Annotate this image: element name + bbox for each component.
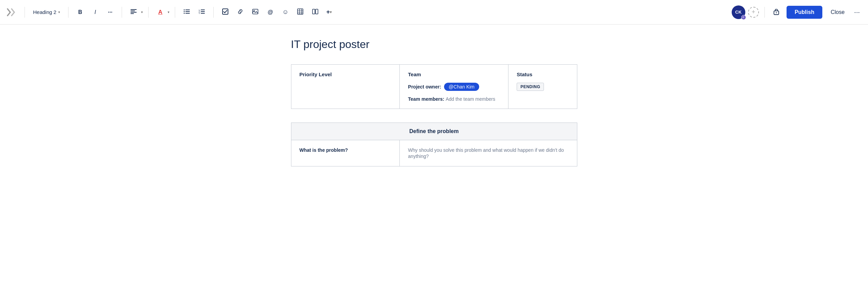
italic-button[interactable]: I	[89, 6, 101, 18]
svg-rect-1	[131, 11, 135, 11]
divider-6	[213, 7, 214, 18]
page-title: IT project poster	[291, 38, 577, 51]
svg-rect-0	[131, 9, 137, 10]
svg-rect-2	[131, 12, 137, 13]
checkbox-icon	[222, 9, 228, 16]
add-collaborator-button[interactable]: +	[748, 7, 759, 18]
divider-4	[148, 7, 149, 18]
status-badge[interactable]: PENDING	[517, 83, 544, 91]
numbered-list-icon: 1. 2. 3.	[199, 9, 205, 15]
mention-button[interactable]: @	[264, 6, 276, 18]
svg-rect-19	[298, 9, 303, 14]
avatar-initials: CK	[735, 10, 742, 15]
problem-section-header: Define the problem	[291, 123, 577, 140]
link-button[interactable]	[234, 6, 246, 18]
insert-more-chevron-icon: ▾	[330, 10, 332, 14]
lock-icon	[773, 7, 780, 17]
team-cell: Team Project owner: @Chan Kim Team membe…	[400, 65, 508, 109]
more-options-button[interactable]: ···	[851, 6, 863, 18]
insert-more-button[interactable]: + ▾	[324, 6, 334, 18]
add-icon: +	[751, 9, 755, 16]
svg-rect-24	[313, 9, 315, 14]
avatar-badge: C	[741, 15, 746, 20]
svg-text:3.: 3.	[199, 13, 201, 14]
font-color-button[interactable]: A	[154, 6, 166, 18]
svg-point-6	[184, 11, 185, 12]
align-chevron-icon: ▾	[141, 10, 143, 14]
team-members-placeholder[interactable]: Add the team members	[446, 96, 496, 102]
numbered-list-button[interactable]: 1. 2. 3.	[196, 6, 208, 18]
divider-3	[122, 7, 122, 18]
more-formatting-icon: ···	[108, 9, 112, 15]
emoji-button[interactable]: ☺	[279, 6, 291, 18]
svg-rect-11	[201, 10, 205, 10]
image-button[interactable]	[249, 6, 261, 18]
svg-rect-3	[131, 13, 134, 14]
svg-point-8	[184, 13, 185, 14]
columns-button[interactable]	[309, 6, 321, 18]
project-owner-label: Project owner:	[408, 84, 441, 90]
table-button[interactable]	[294, 6, 306, 18]
svg-point-27	[776, 12, 777, 13]
link-icon	[237, 9, 243, 16]
user-avatar-button[interactable]: CK C	[732, 5, 745, 19]
emoji-icon: ☺	[282, 9, 288, 16]
divider-5	[175, 7, 175, 18]
checkbox-button[interactable]	[219, 6, 231, 18]
priority-level-header: Priority Level	[300, 71, 392, 77]
font-color-chevron-icon: ▾	[168, 10, 169, 14]
team-members-row: Team members: Add the team members	[408, 96, 500, 102]
chevron-down-icon: ▾	[58, 10, 60, 14]
svg-rect-9	[185, 13, 190, 14]
bold-icon: B	[78, 9, 82, 15]
divider-7	[764, 7, 765, 18]
more-formatting-button[interactable]: ···	[104, 6, 116, 18]
problem-question: What is the problem?	[300, 147, 348, 153]
font-color-icon: A	[158, 9, 162, 16]
content-area: IT project poster Priority Level Team Pr…	[271, 25, 598, 180]
lock-button[interactable]	[770, 6, 782, 18]
bullet-list-icon	[184, 9, 190, 15]
problem-table: Define the problem What is the problem? …	[291, 123, 577, 166]
svg-rect-13	[201, 11, 205, 12]
status-header: Status	[517, 71, 568, 77]
team-members-label: Team members:	[408, 96, 444, 102]
project-owner-row: Project owner: @Chan Kim	[408, 83, 500, 91]
bullet-list-button[interactable]	[181, 6, 193, 18]
bold-button[interactable]: B	[74, 6, 86, 18]
problem-table-data-row: What is the problem? Why should you solv…	[291, 140, 577, 166]
heading-selector[interactable]: Heading 2 ▾	[30, 7, 63, 17]
publish-button[interactable]: Publish	[787, 6, 823, 19]
svg-rect-25	[316, 9, 318, 14]
divider-2	[68, 7, 68, 18]
svg-rect-7	[185, 11, 190, 12]
table-icon	[297, 9, 303, 16]
problem-answer-placeholder: Why should you solve this problem and wh…	[408, 147, 564, 159]
priority-level-cell: Priority Level	[291, 65, 400, 109]
insert-more-icon: +	[326, 9, 330, 16]
app-logo[interactable]	[5, 7, 16, 18]
mention-chip[interactable]: @Chan Kim	[444, 83, 479, 91]
columns-icon	[312, 9, 318, 16]
mention-icon: @	[268, 9, 273, 15]
svg-rect-5	[185, 10, 190, 10]
status-cell: Status PENDING	[508, 65, 577, 109]
align-icon	[131, 9, 137, 15]
problem-question-cell: What is the problem?	[291, 140, 400, 166]
toolbar: Heading 2 ▾ B I ··· ▾ A ▾	[0, 0, 868, 25]
more-options-icon: ···	[854, 8, 860, 16]
italic-icon: I	[94, 9, 96, 15]
svg-point-4	[184, 9, 185, 10]
problem-answer-cell[interactable]: Why should you solve this problem and wh…	[400, 140, 577, 166]
svg-rect-15	[201, 13, 205, 14]
align-button[interactable]	[127, 6, 140, 18]
image-icon	[252, 9, 258, 16]
info-table: Priority Level Team Project owner: @Chan…	[291, 64, 577, 109]
divider-1	[25, 7, 25, 18]
problem-table-header-row: Define the problem	[291, 123, 577, 140]
team-header: Team	[408, 71, 500, 77]
close-button[interactable]: Close	[826, 6, 849, 19]
heading-selector-label: Heading 2	[33, 9, 56, 15]
